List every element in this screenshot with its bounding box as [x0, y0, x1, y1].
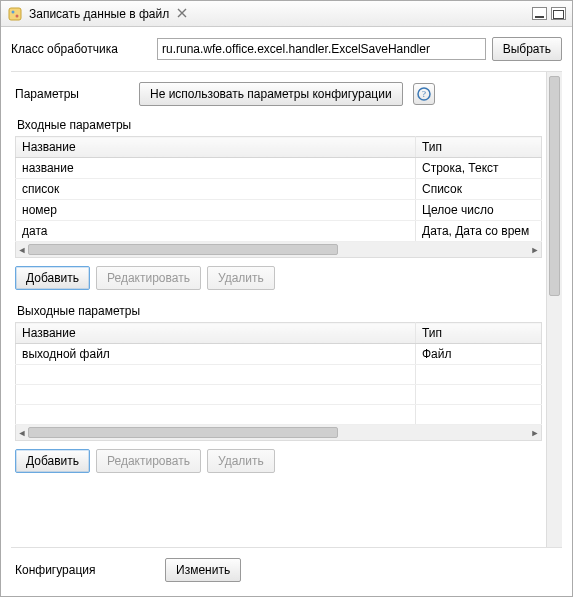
input-delete-button: Удалить [207, 266, 275, 290]
col-header-name[interactable]: Название [16, 323, 416, 344]
tab-close-icon[interactable] [177, 7, 187, 21]
input-edit-button: Редактировать [96, 266, 201, 290]
config-edit-button[interactable]: Изменить [165, 558, 241, 582]
cell-name: номер [16, 200, 416, 221]
cell-type: Строка, Текст [416, 158, 542, 179]
svg-point-1 [12, 10, 15, 13]
svg-rect-0 [9, 8, 21, 20]
toggle-config-params-button[interactable]: Не использовать параметры конфигурации [139, 82, 403, 106]
config-row: Конфигурация Изменить [11, 547, 562, 596]
scroll-right-icon[interactable]: ► [529, 244, 541, 255]
cell-name: выходной файл [16, 344, 416, 365]
help-button[interactable]: ? [413, 83, 435, 105]
output-edit-button: Редактировать [96, 449, 201, 473]
scroll-right-icon[interactable]: ► [529, 427, 541, 438]
svg-text:?: ? [422, 89, 426, 99]
output-table-hscrollbar[interactable]: ◄ ► [15, 425, 542, 441]
window-title: Записать данные в файл [29, 7, 169, 21]
cell-type: Дата, Дата со врем [416, 221, 542, 242]
scroll-left-icon[interactable]: ◄ [16, 244, 28, 255]
output-params-title: Выходные параметры [17, 304, 542, 318]
input-params-buttons: Добавить Редактировать Удалить [15, 266, 542, 290]
scroll-thumb[interactable] [28, 427, 338, 438]
cell-name: дата [16, 221, 416, 242]
table-row[interactable]: дата Дата, Дата со врем [16, 221, 542, 242]
table-header-row: Название Тип [16, 137, 542, 158]
vertical-scrollbar[interactable] [546, 72, 562, 547]
titlebar: Записать данные в файл [1, 1, 572, 27]
params-header-row: Параметры Не использовать параметры конф… [15, 82, 542, 106]
cell-type: Список [416, 179, 542, 200]
params-scroll-region: Параметры Не использовать параметры конф… [11, 71, 562, 547]
scroll-thumb[interactable] [28, 244, 338, 255]
dialog-content: Класс обработчика Выбрать Параметры Не и… [1, 27, 572, 596]
table-row [16, 365, 542, 385]
svg-point-2 [16, 14, 19, 17]
handler-label: Класс обработчика [11, 42, 151, 56]
col-header-name[interactable]: Название [16, 137, 416, 158]
col-header-type[interactable]: Тип [416, 137, 542, 158]
table-row [16, 385, 542, 405]
cell-type: Файл [416, 344, 542, 365]
table-row [16, 405, 542, 425]
input-params-title: Входные параметры [17, 118, 542, 132]
app-icon [7, 6, 23, 22]
scroll-thumb[interactable] [549, 76, 560, 296]
params-label: Параметры [15, 87, 79, 101]
input-params-table: Название Тип название Строка, Текст спис… [15, 136, 542, 242]
table-row[interactable]: название Строка, Текст [16, 158, 542, 179]
output-params-table: Название Тип выходной файл Файл [15, 322, 542, 425]
table-header-row: Название Тип [16, 323, 542, 344]
maximize-button[interactable] [551, 7, 566, 20]
cell-name: название [16, 158, 416, 179]
input-add-button[interactable]: Добавить [15, 266, 90, 290]
dialog-window: Записать данные в файл Класс обработчика… [0, 0, 573, 597]
table-row[interactable]: список Список [16, 179, 542, 200]
col-header-type[interactable]: Тип [416, 323, 542, 344]
table-row[interactable]: номер Целое число [16, 200, 542, 221]
cell-name: список [16, 179, 416, 200]
input-table-hscrollbar[interactable]: ◄ ► [15, 242, 542, 258]
handler-class-input[interactable] [157, 38, 486, 60]
config-label: Конфигурация [15, 563, 155, 577]
minimize-button[interactable] [532, 7, 547, 20]
output-delete-button: Удалить [207, 449, 275, 473]
table-row[interactable]: выходной файл Файл [16, 344, 542, 365]
select-handler-button[interactable]: Выбрать [492, 37, 562, 61]
scroll-left-icon[interactable]: ◄ [16, 427, 28, 438]
cell-type: Целое число [416, 200, 542, 221]
output-params-buttons: Добавить Редактировать Удалить [15, 449, 542, 473]
handler-row: Класс обработчика Выбрать [11, 37, 562, 61]
output-add-button[interactable]: Добавить [15, 449, 90, 473]
